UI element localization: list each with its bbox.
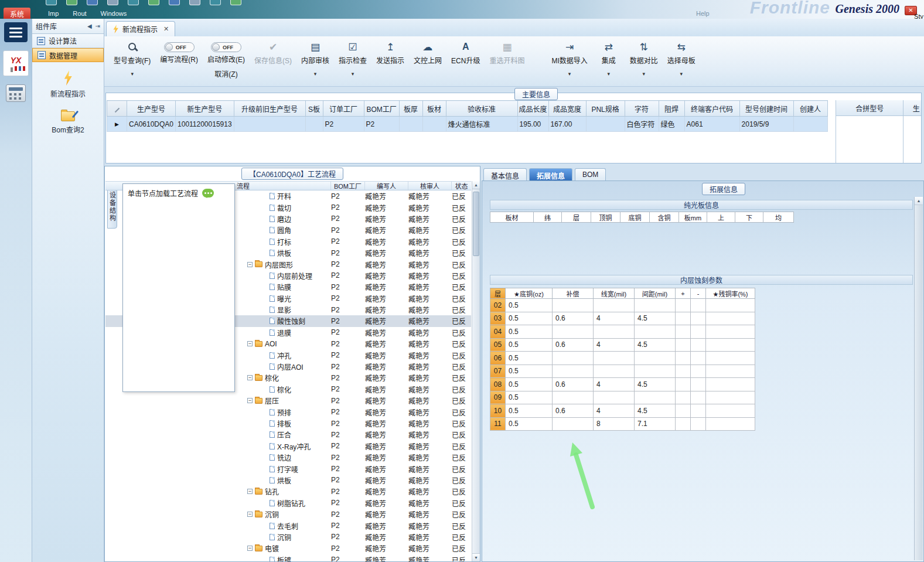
etch-row-0[interactable]: 020.5 bbox=[490, 299, 755, 312]
column-header[interactable]: ★残铜率(%) bbox=[706, 288, 755, 299]
menu-item-0[interactable]: Imp bbox=[48, 10, 59, 17]
etch-row-3[interactable]: 050.50.644.5 bbox=[490, 338, 755, 352]
toolbar-button-2[interactable]: OFF启动修改(E)取消(Z) bbox=[203, 39, 250, 80]
column-header[interactable]: 新生产型号 bbox=[176, 101, 234, 117]
flow-node-27[interactable]: 树脂钻孔P2臧艳芳臧艳芳已反 bbox=[105, 498, 471, 509]
expander-icon[interactable]: − bbox=[247, 341, 253, 346]
etch-row-7[interactable]: 090.5 bbox=[490, 391, 755, 404]
flow-node-30[interactable]: 沉铜P2臧艳芳臧艳芳已反 bbox=[105, 532, 471, 543]
menu-item-help[interactable]: Help bbox=[696, 10, 710, 17]
flow-col-bom-factory[interactable]: BOM工厂 bbox=[331, 182, 365, 190]
scroll-up-icon[interactable]: ▲ bbox=[915, 197, 923, 205]
chevron-down-icon[interactable]: ▾ bbox=[568, 71, 571, 77]
chevron-down-icon[interactable]: ▾ bbox=[608, 71, 611, 77]
etch-row-6[interactable]: 080.50.644.5 bbox=[490, 378, 755, 391]
flow-node-18[interactable]: −层压P2臧艳芳臧艳芳已反 bbox=[105, 395, 471, 406]
system-menu-tab[interactable]: 系统 bbox=[4, 8, 30, 19]
toolbar-button-12[interactable]: ⇅数据对比▾ bbox=[625, 39, 663, 78]
toolbar-button-1[interactable]: OFF编写流程(R) bbox=[155, 39, 203, 77]
column-header[interactable]: 订单工厂 bbox=[323, 101, 364, 117]
chevron-down-icon[interactable]: ▾ bbox=[131, 71, 134, 77]
app-toolbar-icon[interactable] bbox=[87, 0, 98, 5]
column-header[interactable]: - bbox=[691, 288, 706, 299]
flow-node-31[interactable]: −电镀P2臧艳芳臧艳芳已反 bbox=[105, 543, 471, 554]
flow-node-32[interactable]: 板镀P2臧艳芳臧艳芳已反 bbox=[105, 554, 471, 562]
tool-bom-query2[interactable]: Bom查询2 bbox=[52, 111, 84, 134]
chevron-down-icon[interactable]: ▾ bbox=[680, 71, 683, 77]
app-toolbar-icon[interactable] bbox=[189, 0, 200, 5]
flow-node-28[interactable]: −沉铜P2臧艳芳臧艳芳已反 bbox=[105, 509, 471, 520]
column-header[interactable]: 型号创建时间 bbox=[739, 101, 793, 117]
flow-node-21[interactable]: 压合P2臧艳芳臧艳芳已反 bbox=[105, 429, 471, 440]
toolbar-button-9[interactable]: ▦重选开料图 bbox=[485, 39, 529, 78]
etch-row-9[interactable]: 110.587.1 bbox=[490, 417, 755, 431]
column-header[interactable]: 终端客户代码 bbox=[684, 101, 739, 117]
scroll-thumb[interactable] bbox=[473, 192, 479, 256]
toolbar-button-6[interactable]: ↥发送指示 bbox=[371, 39, 409, 78]
menu-item-1[interactable]: Rout bbox=[73, 10, 86, 17]
column-header[interactable]: 顶铜 bbox=[591, 212, 620, 223]
column-header[interactable]: 字符 bbox=[625, 101, 659, 117]
toolbar-button-0[interactable]: 型号查询(F)▾ bbox=[109, 39, 155, 78]
calculator-icon[interactable] bbox=[6, 84, 26, 102]
column-header-merge-model[interactable]: 合拼型号 bbox=[836, 100, 903, 116]
app-toolbar-icon[interactable] bbox=[148, 0, 159, 5]
flow-node-26[interactable]: −钻孔P2臧艳芳臧艳芳已反 bbox=[105, 486, 471, 497]
chevron-down-icon[interactable]: ▾ bbox=[314, 71, 317, 77]
toolbar-button-10[interactable]: ⇥MI数据导入▾ bbox=[547, 39, 592, 78]
column-header[interactable]: 均 bbox=[763, 212, 794, 223]
etch-row-4[interactable]: 060.5 bbox=[490, 352, 755, 365]
expander-icon[interactable]: − bbox=[247, 512, 253, 517]
flow-node-20[interactable]: 排板P2臧艳芳臧艳芳已反 bbox=[105, 418, 471, 429]
app-toolbar-icon[interactable] bbox=[128, 0, 139, 5]
column-header[interactable]: ★底铜(oz) bbox=[506, 288, 553, 299]
column-header[interactable]: 纬 bbox=[534, 212, 562, 223]
tab-extended-info[interactable]: 拓展信息 bbox=[529, 168, 572, 181]
flow-col-status[interactable]: 状态 bbox=[452, 182, 471, 190]
menu-item-2[interactable]: Windows bbox=[101, 10, 127, 17]
collapse-arrow-icon[interactable]: ◀ bbox=[87, 23, 92, 29]
expander-icon[interactable]: − bbox=[247, 398, 253, 403]
column-header[interactable]: PNL规格 bbox=[586, 101, 625, 117]
toolbar-button-13[interactable]: ⇆选择母板▾ bbox=[663, 39, 700, 78]
tool-new-flow-instruction[interactable]: 新流程指示 bbox=[50, 70, 86, 98]
column-header[interactable]: 板厚 bbox=[399, 101, 422, 117]
expander-icon[interactable]: − bbox=[247, 375, 253, 380]
sidebar-item-design-algorithm[interactable]: 设计算法 bbox=[32, 34, 104, 48]
flow-col-auditor[interactable]: 核审人 bbox=[408, 182, 452, 190]
app-toolbar-icon[interactable] bbox=[230, 0, 241, 5]
scroll-down-icon[interactable]: ▼ bbox=[472, 553, 480, 561]
expander-icon[interactable]: − bbox=[247, 262, 253, 267]
column-header[interactable]: 成品宽度 bbox=[548, 101, 586, 117]
toggle-switch[interactable]: OFF bbox=[211, 42, 241, 52]
column-header-clipped[interactable]: 生 bbox=[903, 100, 922, 116]
column-header[interactable]: 上 bbox=[707, 212, 735, 223]
flow-node-22[interactable]: X-Ray冲孔P2臧艳芳臧艳芳已反 bbox=[105, 441, 471, 452]
etch-row-5[interactable]: 070.5 bbox=[490, 365, 755, 378]
column-header[interactable]: BOM工厂 bbox=[364, 101, 399, 117]
column-header[interactable]: 验收标准 bbox=[446, 101, 517, 117]
tab-basic-info[interactable]: 基本信息 bbox=[483, 168, 527, 181]
column-header[interactable]: 层 bbox=[562, 212, 591, 223]
chevron-down-icon[interactable]: ▾ bbox=[643, 71, 646, 77]
column-header[interactable]: 含铜 bbox=[650, 212, 679, 223]
column-header[interactable]: 层 bbox=[490, 288, 506, 299]
column-header[interactable]: 板材 bbox=[490, 212, 534, 223]
expander-icon[interactable]: − bbox=[247, 489, 253, 494]
app-toolbar-icon[interactable] bbox=[210, 0, 221, 5]
yx-logo[interactable]: YX bbox=[3, 50, 29, 76]
toolbar-button-5[interactable]: ☑指示检查▾ bbox=[334, 39, 371, 78]
column-header[interactable]: 创建人 bbox=[793, 101, 827, 117]
app-toolbar-icon[interactable] bbox=[66, 0, 77, 5]
toolbar-button-7[interactable]: ☁文控上网 bbox=[409, 39, 446, 78]
toggle-switch[interactable]: OFF bbox=[164, 42, 195, 52]
flow-node-23[interactable]: 铣边P2臧艳芳臧艳芳已反 bbox=[105, 452, 471, 463]
column-header[interactable]: 板mm bbox=[679, 212, 707, 223]
expander-icon[interactable]: − bbox=[247, 546, 253, 551]
column-header[interactable]: 阻焊 bbox=[659, 101, 684, 117]
column-header[interactable]: 线宽(mil) bbox=[594, 288, 635, 299]
column-header[interactable]: 成品长度 bbox=[517, 101, 548, 117]
flow-node-25[interactable]: 烘板P2臧艳芳臧艳芳已反 bbox=[105, 475, 471, 486]
flow-col-writer[interactable]: 编写人 bbox=[365, 182, 408, 190]
toolbar-button-11[interactable]: ⇄集成▾ bbox=[592, 39, 625, 78]
